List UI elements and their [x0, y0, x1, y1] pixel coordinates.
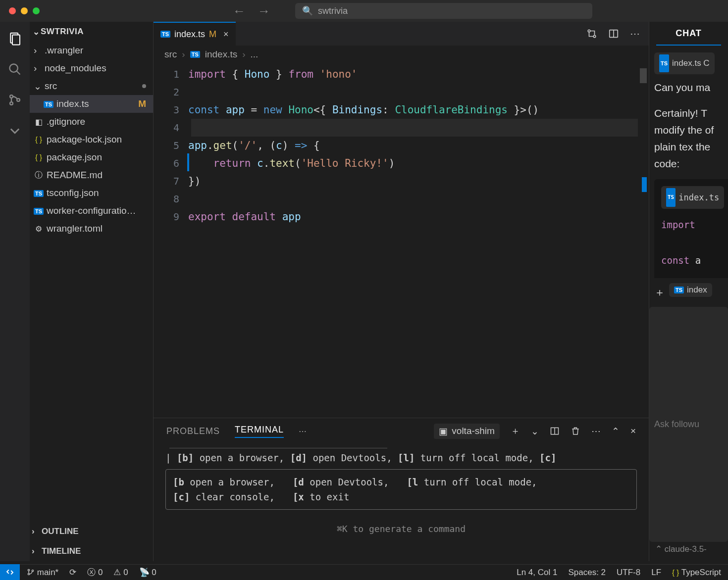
minimap-highlight: [642, 177, 647, 192]
terminal-hint: ⌘K to generate a command: [165, 522, 637, 536]
explorer-icon[interactable]: [7, 31, 23, 47]
outline-section[interactable]: ›OUTLINE: [30, 522, 153, 541]
close-tab-icon[interactable]: ×: [223, 29, 229, 40]
chat-assistant-message: Certainly! T modify the of plain tex the…: [654, 105, 728, 172]
title-bar: ← → 🔍 swtrivia: [0, 0, 728, 22]
svg-point-14: [28, 573, 29, 575]
svg-point-4: [10, 95, 13, 98]
warnings-indicator[interactable]: ⚠ 0: [113, 567, 128, 578]
close-panel-icon[interactable]: ×: [630, 426, 636, 436]
project-title: swtrivia: [318, 6, 348, 16]
terminal-tab[interactable]: TERMINAL: [235, 425, 284, 438]
editor-tabs: TS index.ts M × ⋯: [154, 22, 649, 46]
command-center[interactable]: 🔍 swtrivia: [295, 3, 592, 19]
svg-rect-1: [12, 35, 20, 45]
forward-icon[interactable]: →: [258, 3, 270, 19]
ts-icon: TS: [190, 51, 200, 58]
eol-indicator[interactable]: LF: [651, 568, 661, 578]
svg-point-8: [593, 35, 596, 38]
chat-model-selector[interactable]: ⌃ claude-3.5-: [649, 542, 728, 561]
chat-context-chip[interactable]: TSindex.ts C: [654, 52, 715, 74]
file-wrangler-toml[interactable]: ⚙wrangler.toml: [30, 220, 153, 238]
problems-tab[interactable]: PROBLEMS: [166, 426, 220, 436]
split-terminal-icon[interactable]: [550, 426, 560, 436]
diff-icon[interactable]: [586, 28, 597, 39]
errors-indicator[interactable]: ⓧ 0: [87, 567, 103, 578]
file-README-md[interactable]: ⓘREADME.md: [30, 166, 153, 184]
file-tsconfig-json[interactable]: TStsconfig.json: [30, 184, 153, 202]
bottom-panel: PROBLEMS TERMINAL ⋯ ▣ volta-shim ＋ ⌄ ⋯ ⌃…: [154, 418, 649, 561]
file-package-json[interactable]: { }package.json: [30, 148, 153, 166]
new-terminal-icon[interactable]: ＋: [511, 425, 520, 437]
svg-point-7: [588, 30, 590, 32]
remote-indicator[interactable]: [0, 564, 20, 580]
breadcrumb[interactable]: src› TS index.ts› ...: [154, 46, 649, 63]
search-icon[interactable]: [7, 61, 23, 77]
svg-point-6: [17, 98, 20, 101]
more-icon[interactable]: ⋯: [591, 426, 601, 437]
svg-point-13: [28, 569, 29, 571]
search-icon: 🔍: [302, 5, 313, 16]
project-header[interactable]: ⌄SWTRIVIA: [30, 22, 153, 42]
sync-icon[interactable]: ⟳: [69, 567, 76, 578]
terminal-dropdown-icon[interactable]: ⌄: [531, 426, 539, 437]
svg-line-3: [17, 71, 20, 75]
back-icon[interactable]: ←: [233, 3, 246, 19]
code-editor[interactable]: 123456789 import { Hono } from 'hono' co…: [154, 63, 649, 418]
terminal-shell-chip[interactable]: ▣ volta-shim: [434, 424, 500, 439]
chevron-down-icon[interactable]: [7, 123, 23, 139]
terminal-output[interactable]: | [b] open a browser, [d] open Devtools,…: [154, 444, 649, 561]
split-editor-icon[interactable]: [608, 28, 619, 39]
chat-user-message: Can you ma: [654, 79, 728, 96]
ts-icon: TS: [160, 31, 170, 38]
status-bar: main* ⟳ ⓧ 0 ⚠ 0 📡 0 Ln 4, Col 1 Spaces: …: [20, 564, 728, 580]
chat-file-chip[interactable]: TSindex: [669, 283, 712, 297]
editor-group: TS index.ts M × ⋯ src› TS index.ts› ... …: [154, 22, 649, 561]
line-numbers: 123456789: [154, 65, 188, 418]
close-window-icon[interactable]: [9, 7, 16, 14]
window-controls: [9, 7, 40, 14]
activity-bar: [0, 22, 30, 561]
source-control-icon[interactable]: [7, 92, 23, 108]
chat-input[interactable]: [649, 307, 728, 542]
file-worker-configuratio-[interactable]: TSworker-configuratio…: [30, 202, 153, 220]
chat-header[interactable]: CHAT: [656, 22, 721, 46]
minimap[interactable]: [640, 68, 647, 83]
explorer-sidebar: ⌄SWTRIVIA ›.wrangler›node_modules⌄srcTSi…: [30, 22, 154, 561]
ports-indicator[interactable]: 📡 0: [139, 567, 156, 578]
more-panel-icon[interactable]: ⋯: [299, 427, 307, 436]
file-tree: ›.wrangler›node_modules⌄srcTSindex.tsM◧.…: [30, 42, 153, 522]
cursor-position[interactable]: Ln 4, Col 1: [517, 568, 557, 578]
maximize-panel-icon[interactable]: ⌃: [612, 426, 620, 437]
git-gutter-mark: [187, 153, 189, 171]
file--wrangler[interactable]: ›.wrangler: [30, 42, 153, 59]
file--gitignore[interactable]: ◧.gitignore: [30, 113, 153, 131]
trash-icon[interactable]: [571, 426, 580, 436]
more-icon[interactable]: ⋯: [630, 28, 640, 40]
svg-point-5: [10, 102, 13, 105]
encoding-indicator[interactable]: UTF-8: [617, 568, 640, 578]
branch-indicator[interactable]: main*: [27, 568, 58, 578]
file-package-lock-json[interactable]: { }package-lock.json: [30, 131, 153, 148]
maximize-window-icon[interactable]: [33, 7, 40, 14]
svg-point-2: [10, 64, 18, 72]
indent-indicator[interactable]: Spaces: 2: [568, 568, 606, 578]
chat-panel: CHAT TSindex.ts C Can you ma Certainly! …: [649, 22, 728, 561]
timeline-section[interactable]: ›TIMELINE: [30, 541, 153, 561]
svg-point-15: [32, 570, 33, 571]
add-context-icon[interactable]: ＋: [654, 285, 665, 300]
minimize-window-icon[interactable]: [21, 7, 28, 14]
file-node_modules[interactable]: ›node_modules: [30, 59, 153, 77]
current-line-highlight: [191, 119, 638, 137]
chat-code-block: TSindex.ts import const a app.get retur: [654, 179, 728, 278]
tab-index-ts[interactable]: TS index.ts M ×: [154, 22, 236, 46]
file-src[interactable]: ⌄src: [30, 77, 153, 95]
file-index-ts[interactable]: TSindex.tsM: [30, 95, 153, 113]
language-indicator[interactable]: { } TypeScript: [672, 568, 721, 578]
